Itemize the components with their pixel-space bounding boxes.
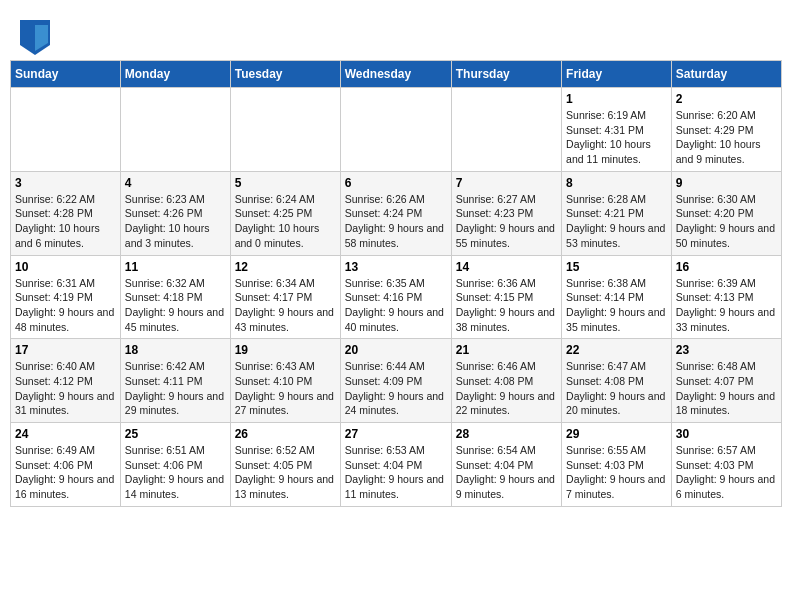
calendar-week-row: 3Sunrise: 6:22 AM Sunset: 4:28 PM Daylig… [11, 171, 782, 255]
day-number: 17 [15, 343, 116, 357]
day-info: Sunrise: 6:23 AM Sunset: 4:26 PM Dayligh… [125, 192, 226, 251]
calendar-week-row: 24Sunrise: 6:49 AM Sunset: 4:06 PM Dayli… [11, 423, 782, 507]
day-info: Sunrise: 6:38 AM Sunset: 4:14 PM Dayligh… [566, 276, 667, 335]
calendar-header-sunday: Sunday [11, 61, 121, 88]
day-info: Sunrise: 6:31 AM Sunset: 4:19 PM Dayligh… [15, 276, 116, 335]
calendar-cell: 9Sunrise: 6:30 AM Sunset: 4:20 PM Daylig… [671, 171, 781, 255]
day-number: 19 [235, 343, 336, 357]
calendar-cell: 17Sunrise: 6:40 AM Sunset: 4:12 PM Dayli… [11, 339, 121, 423]
day-number: 8 [566, 176, 667, 190]
calendar-header-wednesday: Wednesday [340, 61, 451, 88]
calendar-cell [120, 88, 230, 172]
day-number: 5 [235, 176, 336, 190]
calendar-table: SundayMondayTuesdayWednesdayThursdayFrid… [10, 60, 782, 507]
day-number: 9 [676, 176, 777, 190]
calendar-cell: 14Sunrise: 6:36 AM Sunset: 4:15 PM Dayli… [451, 255, 561, 339]
day-number: 23 [676, 343, 777, 357]
day-info: Sunrise: 6:36 AM Sunset: 4:15 PM Dayligh… [456, 276, 557, 335]
calendar-cell: 10Sunrise: 6:31 AM Sunset: 4:19 PM Dayli… [11, 255, 121, 339]
calendar-cell: 27Sunrise: 6:53 AM Sunset: 4:04 PM Dayli… [340, 423, 451, 507]
day-number: 22 [566, 343, 667, 357]
calendar-cell [451, 88, 561, 172]
day-number: 29 [566, 427, 667, 441]
day-info: Sunrise: 6:20 AM Sunset: 4:29 PM Dayligh… [676, 108, 777, 167]
calendar-cell: 2Sunrise: 6:20 AM Sunset: 4:29 PM Daylig… [671, 88, 781, 172]
logo-icon [20, 20, 50, 55]
day-info: Sunrise: 6:42 AM Sunset: 4:11 PM Dayligh… [125, 359, 226, 418]
calendar-cell: 13Sunrise: 6:35 AM Sunset: 4:16 PM Dayli… [340, 255, 451, 339]
day-number: 11 [125, 260, 226, 274]
day-number: 12 [235, 260, 336, 274]
calendar-week-row: 1Sunrise: 6:19 AM Sunset: 4:31 PM Daylig… [11, 88, 782, 172]
calendar-cell: 29Sunrise: 6:55 AM Sunset: 4:03 PM Dayli… [562, 423, 672, 507]
day-number: 28 [456, 427, 557, 441]
calendar-header-thursday: Thursday [451, 61, 561, 88]
day-info: Sunrise: 6:26 AM Sunset: 4:24 PM Dayligh… [345, 192, 447, 251]
calendar-cell: 1Sunrise: 6:19 AM Sunset: 4:31 PM Daylig… [562, 88, 672, 172]
logo [20, 20, 54, 55]
day-info: Sunrise: 6:27 AM Sunset: 4:23 PM Dayligh… [456, 192, 557, 251]
day-info: Sunrise: 6:48 AM Sunset: 4:07 PM Dayligh… [676, 359, 777, 418]
day-number: 18 [125, 343, 226, 357]
calendar-cell: 11Sunrise: 6:32 AM Sunset: 4:18 PM Dayli… [120, 255, 230, 339]
calendar-cell: 3Sunrise: 6:22 AM Sunset: 4:28 PM Daylig… [11, 171, 121, 255]
calendar-cell: 25Sunrise: 6:51 AM Sunset: 4:06 PM Dayli… [120, 423, 230, 507]
day-number: 3 [15, 176, 116, 190]
day-number: 30 [676, 427, 777, 441]
day-info: Sunrise: 6:57 AM Sunset: 4:03 PM Dayligh… [676, 443, 777, 502]
page-header [10, 10, 782, 60]
day-info: Sunrise: 6:28 AM Sunset: 4:21 PM Dayligh… [566, 192, 667, 251]
calendar-header-friday: Friday [562, 61, 672, 88]
day-number: 25 [125, 427, 226, 441]
day-info: Sunrise: 6:30 AM Sunset: 4:20 PM Dayligh… [676, 192, 777, 251]
calendar-cell: 23Sunrise: 6:48 AM Sunset: 4:07 PM Dayli… [671, 339, 781, 423]
calendar-cell: 5Sunrise: 6:24 AM Sunset: 4:25 PM Daylig… [230, 171, 340, 255]
day-number: 10 [15, 260, 116, 274]
day-number: 2 [676, 92, 777, 106]
day-info: Sunrise: 6:24 AM Sunset: 4:25 PM Dayligh… [235, 192, 336, 251]
day-info: Sunrise: 6:35 AM Sunset: 4:16 PM Dayligh… [345, 276, 447, 335]
calendar-cell: 18Sunrise: 6:42 AM Sunset: 4:11 PM Dayli… [120, 339, 230, 423]
calendar-header-row: SundayMondayTuesdayWednesdayThursdayFrid… [11, 61, 782, 88]
calendar-cell: 19Sunrise: 6:43 AM Sunset: 4:10 PM Dayli… [230, 339, 340, 423]
day-info: Sunrise: 6:46 AM Sunset: 4:08 PM Dayligh… [456, 359, 557, 418]
day-number: 24 [15, 427, 116, 441]
calendar-header-tuesday: Tuesday [230, 61, 340, 88]
day-number: 20 [345, 343, 447, 357]
calendar-cell: 4Sunrise: 6:23 AM Sunset: 4:26 PM Daylig… [120, 171, 230, 255]
calendar-cell: 15Sunrise: 6:38 AM Sunset: 4:14 PM Dayli… [562, 255, 672, 339]
calendar-cell: 6Sunrise: 6:26 AM Sunset: 4:24 PM Daylig… [340, 171, 451, 255]
calendar-cell: 24Sunrise: 6:49 AM Sunset: 4:06 PM Dayli… [11, 423, 121, 507]
calendar-cell: 7Sunrise: 6:27 AM Sunset: 4:23 PM Daylig… [451, 171, 561, 255]
calendar-cell: 28Sunrise: 6:54 AM Sunset: 4:04 PM Dayli… [451, 423, 561, 507]
calendar-cell: 22Sunrise: 6:47 AM Sunset: 4:08 PM Dayli… [562, 339, 672, 423]
day-number: 26 [235, 427, 336, 441]
calendar-cell [230, 88, 340, 172]
day-info: Sunrise: 6:52 AM Sunset: 4:05 PM Dayligh… [235, 443, 336, 502]
day-info: Sunrise: 6:40 AM Sunset: 4:12 PM Dayligh… [15, 359, 116, 418]
calendar-cell: 8Sunrise: 6:28 AM Sunset: 4:21 PM Daylig… [562, 171, 672, 255]
calendar-cell: 12Sunrise: 6:34 AM Sunset: 4:17 PM Dayli… [230, 255, 340, 339]
calendar-cell: 16Sunrise: 6:39 AM Sunset: 4:13 PM Dayli… [671, 255, 781, 339]
day-info: Sunrise: 6:55 AM Sunset: 4:03 PM Dayligh… [566, 443, 667, 502]
calendar-week-row: 17Sunrise: 6:40 AM Sunset: 4:12 PM Dayli… [11, 339, 782, 423]
day-number: 7 [456, 176, 557, 190]
day-number: 15 [566, 260, 667, 274]
day-info: Sunrise: 6:39 AM Sunset: 4:13 PM Dayligh… [676, 276, 777, 335]
calendar-cell: 20Sunrise: 6:44 AM Sunset: 4:09 PM Dayli… [340, 339, 451, 423]
day-info: Sunrise: 6:19 AM Sunset: 4:31 PM Dayligh… [566, 108, 667, 167]
day-info: Sunrise: 6:54 AM Sunset: 4:04 PM Dayligh… [456, 443, 557, 502]
calendar-header-monday: Monday [120, 61, 230, 88]
calendar-cell: 30Sunrise: 6:57 AM Sunset: 4:03 PM Dayli… [671, 423, 781, 507]
calendar-cell: 26Sunrise: 6:52 AM Sunset: 4:05 PM Dayli… [230, 423, 340, 507]
calendar-cell: 21Sunrise: 6:46 AM Sunset: 4:08 PM Dayli… [451, 339, 561, 423]
day-info: Sunrise: 6:32 AM Sunset: 4:18 PM Dayligh… [125, 276, 226, 335]
calendar-cell [11, 88, 121, 172]
day-info: Sunrise: 6:53 AM Sunset: 4:04 PM Dayligh… [345, 443, 447, 502]
day-number: 4 [125, 176, 226, 190]
calendar-cell [340, 88, 451, 172]
day-number: 27 [345, 427, 447, 441]
day-info: Sunrise: 6:43 AM Sunset: 4:10 PM Dayligh… [235, 359, 336, 418]
day-info: Sunrise: 6:47 AM Sunset: 4:08 PM Dayligh… [566, 359, 667, 418]
day-info: Sunrise: 6:34 AM Sunset: 4:17 PM Dayligh… [235, 276, 336, 335]
